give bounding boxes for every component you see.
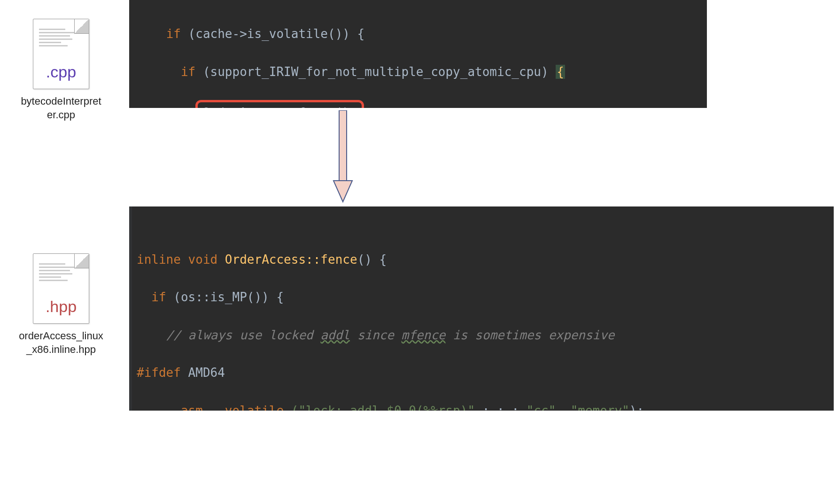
- editor-gutter: [129, 206, 132, 411]
- file-icon-hpp: .hpp orderAccess_linux _x86.inline.hpp: [9, 253, 113, 356]
- code-line: if (os::is_MP()) {: [137, 288, 826, 306]
- code-line: __asm__ volatile ("lock; addl $0,0(%%rsp…: [137, 401, 826, 411]
- code-line: if (cache->is_volatile()) {: [137, 24, 699, 43]
- file-extension-label: .cpp: [33, 63, 89, 81]
- file-extension-label: .hpp: [33, 298, 89, 316]
- file-icon-cpp: .cpp bytecodeInterpret er.cpp: [9, 19, 113, 122]
- code-snippet-bytecodeinterpreter: if (cache->is_volatile()) { if (support_…: [129, 0, 707, 108]
- arrow-down-icon: [329, 110, 357, 204]
- highlight-box: OrderAccess::fence();: [195, 100, 364, 108]
- code-line-highlighted: OrderAccess::fence();: [137, 100, 699, 108]
- file-name-label: orderAccess_linux _x86.inline.hpp: [9, 329, 113, 356]
- svg-rect-0: [339, 110, 347, 181]
- code-line-comment: // always use locked addl since mfence i…: [137, 326, 826, 344]
- code-line: #ifdef AMD64: [137, 363, 826, 382]
- file-name-label: bytecodeInterpret er.cpp: [9, 95, 113, 122]
- document-icon: .hpp: [33, 253, 89, 324]
- code-line: if (support_IRIW_for_not_multiple_copy_a…: [137, 62, 699, 81]
- document-icon: .cpp: [33, 19, 89, 89]
- code-line: inline void OrderAccess::fence() {: [137, 250, 826, 269]
- svg-marker-1: [333, 181, 352, 202]
- code-snippet-orderaccess: inline void OrderAccess::fence() { if (o…: [129, 206, 834, 411]
